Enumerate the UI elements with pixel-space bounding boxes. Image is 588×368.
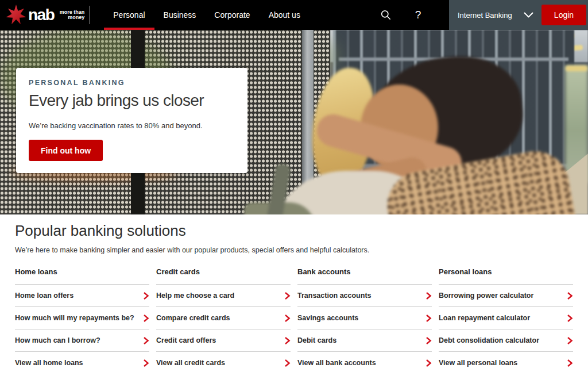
link-view-all-home-loans[interactable]: View all home loans (15, 352, 149, 368)
section-subtitle: We’re here to make banking simpler and e… (15, 246, 573, 254)
chevron-right-icon (143, 359, 149, 367)
find-out-how-button[interactable]: Find out how (29, 140, 103, 161)
column-title: Credit cards (156, 267, 291, 285)
link-repayments-calculator[interactable]: How much will my repayments be? (15, 307, 149, 329)
link-loan-repayment-calculator[interactable]: Loan repayment calculator (439, 307, 573, 329)
link-help-me-choose-a-card[interactable]: Help me choose a card (156, 285, 291, 307)
chevron-right-icon (284, 292, 291, 300)
section-title: Popular banking solutions (15, 222, 573, 240)
link-home-loan-offers[interactable]: Home loan offers (15, 285, 149, 307)
chevron-right-icon (567, 336, 573, 345)
chevron-right-icon (567, 314, 573, 323)
help-icon[interactable]: ? (411, 8, 425, 22)
nav-item-business[interactable]: Business (154, 0, 206, 30)
chevron-right-icon (425, 314, 432, 323)
link-transaction-accounts[interactable]: Transaction accounts (297, 285, 432, 307)
link-view-all-personal-loans[interactable]: View all personal loans (439, 352, 573, 368)
column-credit-cards: Credit cards Help me choose a card Compa… (156, 267, 291, 368)
column-title: Home loans (15, 267, 149, 285)
column-home-loans: Home loans Home loan offers How much wil… (15, 267, 149, 368)
login-button[interactable]: Login (541, 5, 586, 25)
chevron-right-icon (284, 314, 291, 323)
link-view-all-bank-accounts[interactable]: View all bank accounts (297, 352, 432, 368)
nab-homepage: nab more than money Personal Business Co… (0, 0, 588, 368)
column-bank-accounts: Bank accounts Transaction accounts Savin… (297, 267, 432, 368)
chevron-right-icon (143, 292, 149, 300)
solution-columns: Home loans Home loan offers How much wil… (15, 267, 573, 368)
link-debit-cards[interactable]: Debit cards (297, 329, 432, 352)
photo-light (566, 66, 587, 71)
hero-banner: PERSONAL BANKING Every jab brings us clo… (0, 30, 588, 214)
logo-divider (90, 6, 90, 24)
link-credit-card-offers[interactable]: Credit card offers (156, 329, 291, 352)
top-nav-bar: nab more than money Personal Business Co… (0, 0, 588, 30)
internet-banking-menu: Internet Banking Login (449, 0, 588, 30)
chevron-right-icon (143, 336, 149, 345)
hero-body-text: We’re backing vaccination rates to 80% a… (29, 121, 235, 130)
header-icons: ? (379, 0, 449, 30)
chevron-right-icon (284, 336, 291, 345)
chevron-right-icon (284, 359, 291, 367)
popular-banking-solutions-section: Popular banking solutions We’re here to … (0, 214, 588, 368)
link-compare-credit-cards[interactable]: Compare credit cards (156, 307, 291, 329)
chevron-down-icon[interactable] (524, 12, 533, 18)
column-personal-loans: Personal loans Borrowing power calculato… (439, 267, 573, 368)
hero-headline: Every jab brings us closer (29, 91, 235, 110)
chevron-right-icon (143, 314, 149, 323)
nav-item-about-us[interactable]: About us (260, 0, 310, 30)
link-borrowing-power-calculator[interactable]: Borrowing power calculator (439, 285, 573, 307)
column-title: Personal loans (439, 267, 573, 285)
nav-item-corporate[interactable]: Corporate (205, 0, 259, 30)
link-debt-consolidation-calculator[interactable]: Debt consolidation calculator (439, 329, 573, 352)
nab-star-icon (6, 5, 26, 25)
link-view-all-credit-cards[interactable]: View all credit cards (156, 352, 291, 368)
nab-logo[interactable]: nab more than money (0, 0, 90, 30)
chevron-right-icon (425, 359, 432, 367)
nav-item-personal[interactable]: Personal (104, 0, 154, 30)
chevron-right-icon (567, 292, 573, 300)
column-title: Bank accounts (297, 267, 432, 285)
primary-nav: Personal Business Corporate About us (104, 0, 310, 30)
chevron-right-icon (425, 292, 432, 300)
hero-eyebrow: PERSONAL BANKING (29, 79, 235, 87)
chevron-right-icon (425, 336, 432, 345)
link-savings-accounts[interactable]: Savings accounts (297, 307, 432, 329)
nab-tagline: more than money (58, 10, 84, 21)
nab-wordmark: nab (28, 7, 54, 23)
hero-card: PERSONAL BANKING Every jab brings us clo… (16, 68, 247, 173)
chevron-right-icon (567, 359, 573, 367)
link-how-much-can-i-borrow[interactable]: How much can I borrow? (15, 329, 149, 352)
search-icon[interactable] (379, 8, 393, 22)
internet-banking-label[interactable]: Internet Banking (458, 11, 512, 20)
